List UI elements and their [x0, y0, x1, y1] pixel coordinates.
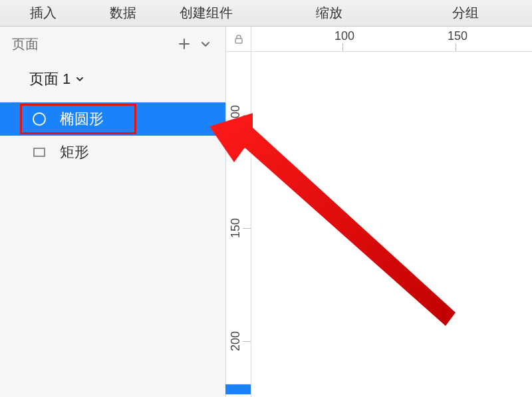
- plus-icon: [178, 37, 191, 51]
- ruler-vertical[interactable]: 100 150 200: [226, 52, 251, 397]
- layer-item-ellipse[interactable]: 椭圆形: [0, 102, 225, 136]
- ruler-v-tick: 200: [229, 331, 243, 351]
- ruler-h-tick-line: [456, 43, 456, 51]
- main-area: 页面 页面 1: [0, 27, 532, 397]
- svg-point-0: [33, 113, 45, 125]
- layer-item-rectangle[interactable]: 矩形: [0, 136, 225, 169]
- ruler-v-tick-line: [243, 115, 251, 116]
- ruler-horizontal[interactable]: 100 150: [251, 27, 532, 52]
- ruler-v-tick: 150: [229, 218, 243, 238]
- lock-icon: [233, 34, 244, 45]
- ruler-v-tick: 100: [229, 105, 243, 125]
- ruler-selection-marker: [225, 384, 251, 394]
- chevron-down-icon: [74, 74, 85, 84]
- sidebar-title: 页面: [12, 35, 39, 53]
- menu-insert[interactable]: 插入: [23, 4, 63, 22]
- sidebar-header: 页面: [0, 27, 225, 60]
- canvas[interactable]: [251, 52, 532, 397]
- page-name-label: 页面 1: [29, 69, 70, 89]
- svg-rect-2: [235, 39, 242, 43]
- rectangle-icon: [32, 145, 47, 160]
- menu-zoom[interactable]: 缩放: [309, 4, 349, 22]
- ruler-corner[interactable]: [226, 27, 251, 52]
- canvas-area: 100 150 100 150 200: [226, 27, 532, 397]
- menu-data[interactable]: 数据: [103, 4, 143, 22]
- ruler-v-tick-line: [243, 228, 251, 229]
- menu-group[interactable]: 分组: [446, 4, 485, 22]
- add-page-button[interactable]: [175, 35, 194, 53]
- layer-label: 椭圆形: [60, 109, 104, 129]
- layer-label: 矩形: [60, 142, 89, 162]
- menu-create-component[interactable]: 创建组件: [173, 4, 239, 22]
- page-dropdown-button[interactable]: [196, 35, 215, 53]
- svg-rect-1: [34, 148, 45, 156]
- page-row[interactable]: 页面 1: [0, 60, 225, 98]
- ruler-v-tick-line: [243, 341, 251, 342]
- layer-list: 椭圆形 矩形: [0, 102, 225, 169]
- sidebar: 页面 页面 1: [0, 27, 226, 397]
- ruler-h-tick: 100: [334, 29, 354, 43]
- ruler-h-tick-line: [342, 43, 343, 51]
- ruler-h-tick: 150: [448, 29, 467, 43]
- menubar: 插入 数据 创建组件 缩放 分组: [0, 0, 532, 27]
- chevron-down-icon: [199, 37, 212, 51]
- ellipse-icon: [32, 112, 47, 126]
